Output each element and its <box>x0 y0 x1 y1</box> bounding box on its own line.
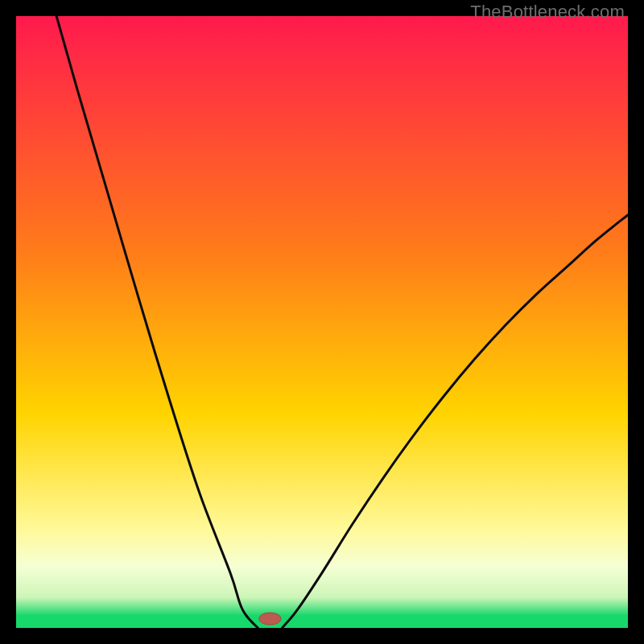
minimum-marker <box>259 613 281 625</box>
gradient-background <box>16 16 628 628</box>
watermark-text: TheBottleneck.com <box>470 2 625 23</box>
chart-svg <box>16 16 628 628</box>
outer-frame: TheBottleneck.com <box>0 0 644 644</box>
plot-area <box>16 16 628 628</box>
